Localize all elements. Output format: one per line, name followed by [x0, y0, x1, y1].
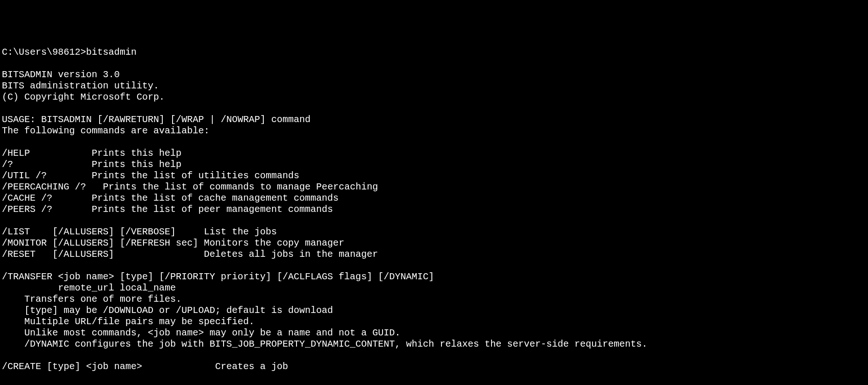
- desc: Creates a job: [215, 361, 288, 372]
- desc: Monitors the copy manager: [204, 238, 344, 248]
- help-command-line: /UTIL /? Prints the list of utilities co…: [2, 170, 866, 182]
- cmd: /CACHE /?: [2, 193, 92, 203]
- header-title: BITSADMIN version 3.0: [2, 69, 866, 80]
- transfer-desc4: Unlike most commands, <job name> may onl…: [2, 327, 866, 339]
- cmd: /UTIL /?: [2, 170, 92, 181]
- cmd: /RESET [/ALLUSERS]: [2, 249, 204, 260]
- transfer-line2: remote_url local_name: [2, 283, 866, 294]
- terminal-window[interactable]: C:\Users\98612>bitsadmin BITSADMIN versi…: [0, 45, 868, 374]
- cmd: /PEERCACHING /?: [2, 182, 103, 192]
- usage-line: USAGE: BITSADMIN [/RAWRETURN] [/WRAP | /…: [2, 114, 866, 125]
- cmd: /PEERS /?: [2, 204, 92, 215]
- transfer-desc5: /DYNAMIC configures the job with BITS_JO…: [2, 339, 866, 350]
- desc: Deletes all jobs in the manager: [204, 249, 378, 260]
- job-command-line: /RESET [/ALLUSERS] Deletes all jobs in t…: [2, 249, 866, 260]
- header-copyright: (C) Copyright Microsoft Corp.: [2, 92, 866, 103]
- help-command-line: /CACHE /? Prints the list of cache manag…: [2, 193, 866, 204]
- transfer-desc2: [type] may be /DOWNLOAD or /UPLOAD; defa…: [2, 305, 866, 316]
- blank-line: [2, 215, 866, 226]
- desc: Prints the list of peer management comma…: [92, 204, 333, 215]
- header-description: BITS administration utility.: [2, 80, 866, 92]
- desc: List the jobs: [204, 226, 277, 237]
- job-command-line: /LIST [/ALLUSERS] [/VERBOSE] List the jo…: [2, 226, 866, 238]
- blank-line: [2, 260, 866, 271]
- cmd: /CREATE [type] <job name>: [2, 361, 215, 372]
- prompt: C:\Users\98612>: [2, 47, 86, 58]
- help-command-line: /HELP Prints this help: [2, 148, 866, 159]
- cmd: /MONITOR [/ALLUSERS] [/REFRESH sec]: [2, 238, 204, 248]
- cmd: /?: [2, 159, 92, 170]
- transfer-desc1: Transfers one of more files.: [2, 294, 866, 305]
- job-command-line: /MONITOR [/ALLUSERS] [/REFRESH sec] Moni…: [2, 238, 866, 249]
- desc: Prints the list of cache management comm…: [92, 193, 339, 203]
- cmd: /LIST [/ALLUSERS] [/VERBOSE]: [2, 226, 204, 237]
- commands-intro: The following commands are available:: [2, 125, 866, 137]
- cmd: /HELP: [2, 148, 92, 159]
- help-command-line: /PEERS /? Prints the list of peer manage…: [2, 204, 866, 215]
- blank-line: [2, 137, 866, 148]
- blank-line: [2, 350, 866, 361]
- desc: Prints the list of utilities commands: [92, 170, 299, 181]
- blank-line: [2, 103, 866, 114]
- command-input: bitsadmin: [86, 47, 137, 58]
- help-command-line: /PEERCACHING /? Prints the list of comma…: [2, 182, 866, 193]
- transfer-desc3: Multiple URL/file pairs may be specified…: [2, 316, 866, 327]
- create-command-line: /CREATE [type] <job name> Creates a job: [2, 361, 866, 372]
- desc: Prints this help: [92, 159, 181, 170]
- help-command-line: /? Prints this help: [2, 159, 866, 170]
- transfer-line1: /TRANSFER <job name> [type] [/PRIORITY p…: [2, 271, 866, 283]
- desc: Prints this help: [92, 148, 181, 159]
- blank-line: [2, 58, 866, 69]
- desc: Prints the list of commands to manage Pe…: [103, 182, 378, 192]
- prompt-line: C:\Users\98612>bitsadmin: [2, 47, 866, 58]
